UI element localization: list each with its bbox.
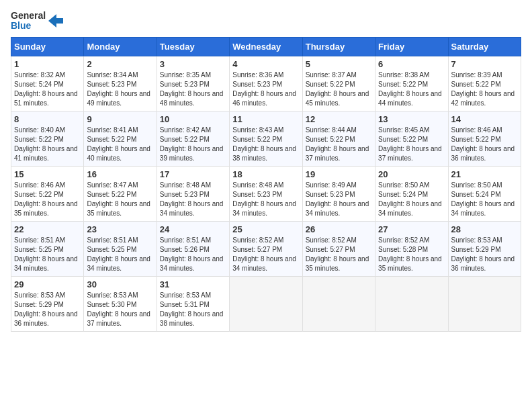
week-row-5: 29Sunrise: 8:53 AMSunset: 5:29 PMDayligh… [11, 276, 521, 331]
day-number: 2 [87, 59, 153, 69]
day-info: Sunrise: 8:52 AMSunset: 5:27 PMDaylight:… [306, 236, 372, 273]
day-info: Sunrise: 8:40 AMSunset: 5:22 PMDaylight:… [14, 126, 81, 163]
logo-blue: Blue [11, 21, 46, 31]
day-cell: 31Sunrise: 8:53 AMSunset: 5:31 PMDayligh… [157, 276, 229, 331]
day-cell: 24Sunrise: 8:51 AMSunset: 5:26 PMDayligh… [157, 221, 229, 276]
day-cell: 6Sunrise: 8:38 AMSunset: 5:22 PMDaylight… [375, 56, 448, 111]
day-info: Sunrise: 8:43 AMSunset: 5:22 PMDaylight:… [232, 126, 299, 163]
day-number: 31 [160, 279, 226, 289]
header-thursday: Thursday [302, 37, 375, 56]
day-info: Sunrise: 8:48 AMSunset: 5:23 PMDaylight:… [160, 181, 226, 218]
day-info: Sunrise: 8:46 AMSunset: 5:22 PMDaylight:… [451, 126, 518, 163]
day-info: Sunrise: 8:52 AMSunset: 5:28 PMDaylight:… [378, 236, 445, 273]
day-cell: 20Sunrise: 8:50 AMSunset: 5:24 PMDayligh… [375, 166, 448, 221]
day-info: Sunrise: 8:35 AMSunset: 5:23 PMDaylight:… [160, 71, 226, 108]
day-cell: 21Sunrise: 8:50 AMSunset: 5:24 PMDayligh… [448, 166, 521, 221]
day-number: 3 [160, 59, 226, 69]
day-number: 12 [306, 114, 372, 124]
day-number: 14 [451, 114, 518, 124]
day-number: 23 [87, 224, 153, 234]
day-number: 27 [378, 224, 445, 234]
day-info: Sunrise: 8:37 AMSunset: 5:22 PMDaylight:… [306, 71, 372, 108]
day-info: Sunrise: 8:38 AMSunset: 5:22 PMDaylight:… [378, 71, 445, 108]
logo: General Blue [11, 11, 63, 32]
day-cell: 17Sunrise: 8:48 AMSunset: 5:23 PMDayligh… [157, 166, 229, 221]
header-friday: Friday [375, 37, 448, 56]
day-info: Sunrise: 8:51 AMSunset: 5:26 PMDaylight:… [160, 236, 226, 273]
calendar: SundayMondayTuesdayWednesdayThursdayFrid… [11, 37, 521, 332]
day-info: Sunrise: 8:48 AMSunset: 5:23 PMDaylight:… [232, 181, 299, 218]
day-number: 4 [232, 59, 299, 69]
day-number: 18 [232, 169, 299, 179]
day-cell: 5Sunrise: 8:37 AMSunset: 5:22 PMDaylight… [302, 56, 375, 111]
logo-text: General Blue [11, 11, 46, 32]
header-tuesday: Tuesday [157, 37, 229, 56]
day-cell [375, 276, 448, 331]
day-info: Sunrise: 8:39 AMSunset: 5:22 PMDaylight:… [451, 71, 518, 108]
day-number: 1 [14, 59, 81, 69]
day-cell [448, 276, 521, 331]
day-info: Sunrise: 8:44 AMSunset: 5:22 PMDaylight:… [306, 126, 372, 163]
day-number: 16 [87, 169, 153, 179]
day-info: Sunrise: 8:53 AMSunset: 5:30 PMDaylight:… [87, 291, 153, 328]
day-cell: 22Sunrise: 8:51 AMSunset: 5:25 PMDayligh… [11, 221, 84, 276]
day-cell: 19Sunrise: 8:49 AMSunset: 5:23 PMDayligh… [302, 166, 375, 221]
day-number: 7 [451, 59, 518, 69]
day-cell: 11Sunrise: 8:43 AMSunset: 5:22 PMDayligh… [230, 111, 302, 166]
day-info: Sunrise: 8:41 AMSunset: 5:22 PMDaylight:… [87, 126, 153, 163]
day-info: Sunrise: 8:51 AMSunset: 5:25 PMDaylight:… [14, 236, 81, 273]
header-sunday: Sunday [11, 37, 84, 56]
day-number: 22 [14, 224, 81, 234]
day-number: 24 [160, 224, 226, 234]
day-cell: 26Sunrise: 8:52 AMSunset: 5:27 PMDayligh… [302, 221, 375, 276]
day-info: Sunrise: 8:53 AMSunset: 5:31 PMDaylight:… [160, 291, 226, 328]
day-cell [230, 276, 302, 331]
day-info: Sunrise: 8:32 AMSunset: 5:24 PMDaylight:… [14, 71, 81, 108]
day-cell: 23Sunrise: 8:51 AMSunset: 5:25 PMDayligh… [84, 221, 157, 276]
day-info: Sunrise: 8:45 AMSunset: 5:22 PMDaylight:… [378, 126, 445, 163]
day-number: 26 [306, 224, 372, 234]
day-info: Sunrise: 8:50 AMSunset: 5:24 PMDaylight:… [451, 181, 518, 218]
day-cell: 14Sunrise: 8:46 AMSunset: 5:22 PMDayligh… [448, 111, 521, 166]
day-number: 9 [87, 114, 153, 124]
day-cell: 3Sunrise: 8:35 AMSunset: 5:23 PMDaylight… [157, 56, 229, 111]
day-number: 17 [160, 169, 226, 179]
header-monday: Monday [84, 37, 157, 56]
day-info: Sunrise: 8:47 AMSunset: 5:22 PMDaylight:… [87, 181, 153, 218]
day-cell: 10Sunrise: 8:42 AMSunset: 5:22 PMDayligh… [157, 111, 229, 166]
day-info: Sunrise: 8:46 AMSunset: 5:22 PMDaylight:… [14, 181, 81, 218]
day-info: Sunrise: 8:50 AMSunset: 5:24 PMDaylight:… [378, 181, 445, 218]
calendar-header-row: SundayMondayTuesdayWednesdayThursdayFrid… [11, 37, 521, 56]
svg-marker-0 [48, 14, 63, 28]
day-cell: 18Sunrise: 8:48 AMSunset: 5:23 PMDayligh… [230, 166, 302, 221]
day-cell: 8Sunrise: 8:40 AMSunset: 5:22 PMDaylight… [11, 111, 84, 166]
day-number: 11 [232, 114, 299, 124]
day-cell: 12Sunrise: 8:44 AMSunset: 5:22 PMDayligh… [302, 111, 375, 166]
day-info: Sunrise: 8:49 AMSunset: 5:23 PMDaylight:… [306, 181, 372, 218]
week-row-4: 22Sunrise: 8:51 AMSunset: 5:25 PMDayligh… [11, 221, 521, 276]
day-number: 28 [451, 224, 518, 234]
day-info: Sunrise: 8:53 AMSunset: 5:29 PMDaylight:… [451, 236, 518, 273]
day-info: Sunrise: 8:42 AMSunset: 5:22 PMDaylight:… [160, 126, 226, 163]
day-cell: 9Sunrise: 8:41 AMSunset: 5:22 PMDaylight… [84, 111, 157, 166]
day-cell: 30Sunrise: 8:53 AMSunset: 5:30 PMDayligh… [84, 276, 157, 331]
day-cell: 13Sunrise: 8:45 AMSunset: 5:22 PMDayligh… [375, 111, 448, 166]
day-cell: 15Sunrise: 8:46 AMSunset: 5:22 PMDayligh… [11, 166, 84, 221]
day-info: Sunrise: 8:34 AMSunset: 5:23 PMDaylight:… [87, 71, 153, 108]
day-number: 19 [306, 169, 372, 179]
logo-arrow-icon [48, 14, 63, 28]
day-cell: 4Sunrise: 8:36 AMSunset: 5:23 PMDaylight… [230, 56, 302, 111]
week-row-2: 8Sunrise: 8:40 AMSunset: 5:22 PMDaylight… [11, 111, 521, 166]
day-number: 21 [451, 169, 518, 179]
day-info: Sunrise: 8:52 AMSunset: 5:27 PMDaylight:… [232, 236, 299, 273]
day-number: 20 [378, 169, 445, 179]
day-number: 8 [14, 114, 81, 124]
day-cell: 7Sunrise: 8:39 AMSunset: 5:22 PMDaylight… [448, 56, 521, 111]
week-row-1: 1Sunrise: 8:32 AMSunset: 5:24 PMDaylight… [11, 56, 521, 111]
day-info: Sunrise: 8:51 AMSunset: 5:25 PMDaylight:… [87, 236, 153, 273]
day-cell: 2Sunrise: 8:34 AMSunset: 5:23 PMDaylight… [84, 56, 157, 111]
day-number: 29 [14, 279, 81, 289]
day-cell: 25Sunrise: 8:52 AMSunset: 5:27 PMDayligh… [230, 221, 302, 276]
header: General Blue [11, 11, 521, 32]
day-info: Sunrise: 8:36 AMSunset: 5:23 PMDaylight:… [232, 71, 299, 108]
